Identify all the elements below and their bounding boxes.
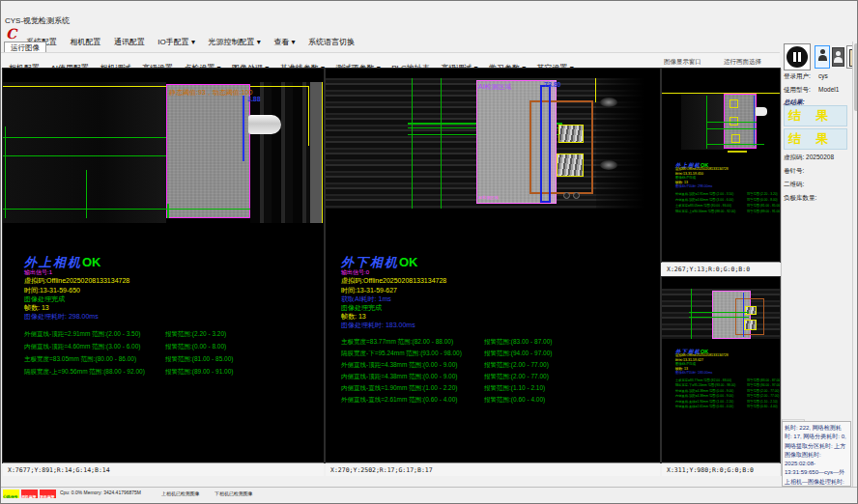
mini-alarm: 报警范围:(81.00 - 85.00) bbox=[747, 204, 780, 207]
scrollbar-thumb[interactable] bbox=[854, 43, 858, 111]
defect-box-2 bbox=[557, 154, 584, 177]
mini-time: 时间:13-31-59-650 bbox=[675, 172, 703, 176]
upper-camera-status-text: 上相机已检测图像 bbox=[161, 490, 200, 497]
sidebar: 登录用户: cys 使用型号: Model1 总结果: 结 果 结 果 虚拟码:… bbox=[782, 42, 852, 487]
menu-camera-config[interactable]: 相机配置 bbox=[70, 37, 100, 47]
model-value[interactable]: Model1 bbox=[818, 86, 839, 93]
left-roi-rect bbox=[166, 84, 250, 218]
mini-blue-line bbox=[754, 96, 755, 146]
mini-meas: 外侧直线-直线=2.61mm 范围:(0.60 - 4.00) bbox=[675, 406, 733, 408]
left-code: 虚拟码:Offline20250208133134728 bbox=[24, 277, 129, 284]
preview-top-view[interactable]: 外上相机OK 虚拟码:Offline20250208133134728 时间:1… bbox=[662, 69, 780, 262]
preview-bottom-statusbar: X:311;Y:980;R:0;G:0;B:0 bbox=[662, 462, 780, 476]
model-label: 使用型号: bbox=[784, 86, 811, 95]
mini-alarm: 报警范围:(83.00 - 87.00) bbox=[747, 378, 780, 381]
machine-highlight-1 bbox=[600, 98, 617, 107]
mini-code: 虚拟码:Offline20250208133134728 bbox=[675, 353, 729, 357]
alarm-range: 报警范围:(2.00 - 77.00) bbox=[484, 374, 549, 380]
mini-green-hline-3 bbox=[706, 144, 764, 145]
mini-done: 图像处理完成 bbox=[675, 176, 696, 180]
measurement-row: 主极宽度=83.77mm 范围:(82.00 - 88.00) bbox=[341, 339, 453, 346]
measurement-row: 主极宽度=83.05mm 范围:(80.00 - 86.00) bbox=[24, 356, 136, 363]
mini-meas: 内侧直线-直线=1.90mm 范围:(1.00 - 2.20) bbox=[675, 400, 733, 403]
mini-meas: 外侧直线-顶距=2.91mm 范围:(2.00 - 3.50) bbox=[675, 192, 733, 195]
green-vline-b bbox=[441, 78, 442, 209]
left-scene-machine-edge bbox=[310, 82, 322, 223]
qr-code-label: 二维码: bbox=[784, 181, 804, 189]
alarm-range: 报警范围:(89.00 - 91.00) bbox=[165, 369, 233, 376]
menu-view[interactable]: 查看 ▾ bbox=[273, 37, 295, 47]
center-camera-result: OK bbox=[399, 255, 418, 269]
mini-alarm: 报警范围:(94.00 - 97.00) bbox=[747, 384, 780, 387]
center-camera-view[interactable]: AI检测区域 AI检测区域 73.80 外下相机OK 输出信号:0 虚拟码:Of… bbox=[326, 69, 660, 462]
mini-meas: 隔膜宽度-上=90.56mm 范围:(88.00 - 92.00) bbox=[675, 210, 735, 212]
mini-green-hline-5 bbox=[689, 317, 749, 318]
alarm-range: 报警范围:(94.00 - 97.00) bbox=[484, 350, 552, 357]
stock-count-label: 负极库数量: bbox=[784, 194, 816, 203]
center-camera-statusbar: X:270;Y:2502;R:17;G:17;B:17 bbox=[326, 462, 660, 476]
menu-light-config[interactable]: 光源控制配置 ▾ bbox=[209, 37, 261, 47]
menu-bar: 系统配置 相机配置 通讯配置 IO手配置 ▾ 光源控制配置 ▾ 查看 ▾ 系统语… bbox=[26, 31, 363, 48]
measurement-row: 内侧直线-直线=1.90mm 范围:(1.00 - 2.20) bbox=[341, 385, 457, 392]
defect-box-1 bbox=[558, 125, 584, 143]
measurement-row: 外侧直线-顶距=2.91mm 范围:(2.00 - 3.50) bbox=[24, 331, 140, 338]
yellow-edge-vline bbox=[322, 82, 323, 223]
pause-button[interactable] bbox=[784, 43, 811, 70]
green-line-1 bbox=[3, 137, 166, 138]
mini-alarm: 报警范围:(0.00 - 8.00) bbox=[747, 198, 778, 201]
mini-green-hline-2 bbox=[706, 128, 757, 129]
center-frames: 帧数: 13 bbox=[341, 313, 366, 320]
mini-yellow-box-1 bbox=[729, 99, 738, 108]
mini-defect-2 bbox=[744, 320, 757, 330]
ai-region-label-bottom: AI检测区域 bbox=[478, 195, 499, 201]
mini-alarm: 报警范围:(2.00 - 77.00) bbox=[747, 395, 779, 398]
sidebar-scrollbar[interactable] bbox=[852, 42, 858, 487]
mini-yellow-label-mark bbox=[728, 151, 747, 153]
green-vline-1 bbox=[5, 126, 6, 218]
yellow-tick bbox=[595, 78, 596, 102]
mini-frames: 帧数: 13 bbox=[675, 367, 688, 371]
blue-measure-value: 3.88 bbox=[247, 96, 261, 102]
left-elapsed: 图像处理耗时: 298.00ms bbox=[24, 313, 99, 320]
preview-header-left: 图像显示窗口 bbox=[664, 58, 701, 67]
left-frames: 帧数: 13 bbox=[24, 304, 49, 311]
left-signal: 输出信号:1 bbox=[24, 269, 52, 275]
left-done: 图像处理完成 bbox=[24, 295, 65, 302]
alarm-range: 报警范围:(0.60 - 4.00) bbox=[484, 397, 545, 404]
threshold-label: 静态阈值:93，动态阈值:100 bbox=[169, 88, 252, 98]
tab-object bbox=[248, 115, 281, 134]
search-region-rect bbox=[529, 100, 593, 194]
comm-connection-badge: 通讯连接 bbox=[40, 490, 56, 498]
mini-yellow-hline bbox=[662, 93, 780, 94]
mini-alarm: 报警范围:(2.00 - 77.00) bbox=[747, 389, 779, 392]
mini-code: 虚拟码:Offline20250208133134728 bbox=[675, 167, 729, 171]
alarm-range: 报警范围:(2.20 - 3.20) bbox=[165, 331, 226, 338]
preview-header-right[interactable]: 运行画面选择 bbox=[724, 58, 761, 67]
mini-meas: 内侧直线-顶距=4.60mm 范围:(3.00 - 6.00) bbox=[675, 198, 733, 201]
mini-blue-line-2 bbox=[743, 293, 744, 337]
menu-comm-config[interactable]: 通讯配置 bbox=[114, 37, 145, 47]
log-content: 耗时: 222, 网络检测耗时: 17, 网络分类耗时: 0, 网络提取分区耗时… bbox=[782, 421, 851, 487]
operator-mode-button[interactable] bbox=[815, 45, 830, 69]
mini-meas: 内侧直线-顶距=4.38mm 范围:(0.00 - 9.00) bbox=[675, 395, 733, 398]
mini-time: 时间:13-31-59-627 bbox=[675, 358, 703, 362]
engineer-mode-button[interactable] bbox=[832, 47, 844, 67]
left-camera-statusbar: X:7677;Y:891;R:14;G:14;B:14 bbox=[3, 462, 324, 476]
alarm-range: 报警范围:(83.00 - 87.00) bbox=[484, 339, 552, 346]
left-overlay: 外上相机OK 输出信号:1 虚拟码:Offline202502081331347… bbox=[24, 254, 320, 457]
left-camera-result: OK bbox=[82, 255, 101, 269]
mini-alarm: 报警范围:(2.20 - 3.20) bbox=[747, 192, 778, 195]
menu-language-switch[interactable]: 系统语言切换 bbox=[308, 37, 355, 47]
left-camera-view[interactable]: 静态阈值:93，动态阈值:100 3.88 外上相机OK 输出信号:1 虚拟码:… bbox=[3, 69, 324, 462]
mini-tab-object bbox=[756, 107, 767, 116]
measurement-row: 外侧直线-直线=2.61mm 范围:(0.60 - 4.00) bbox=[341, 397, 457, 404]
blue-measure-line bbox=[243, 96, 244, 161]
mini-frames: 帧数: 13 bbox=[675, 181, 688, 184]
green-corner-mark bbox=[167, 204, 169, 218]
result-block-upper: 结 果 bbox=[784, 105, 847, 126]
alarm-range: 报警范围:(81.00 - 85.00) bbox=[165, 356, 233, 363]
bolt-1 bbox=[563, 192, 570, 199]
preview-bottom-view[interactable]: 外下相机OK 虚拟码:Offline20250208133134728 时间:1… bbox=[662, 277, 780, 462]
blue-measure-value: 73.80 bbox=[544, 81, 561, 88]
menu-io-config[interactable]: IO手配置 ▾ bbox=[157, 37, 195, 47]
